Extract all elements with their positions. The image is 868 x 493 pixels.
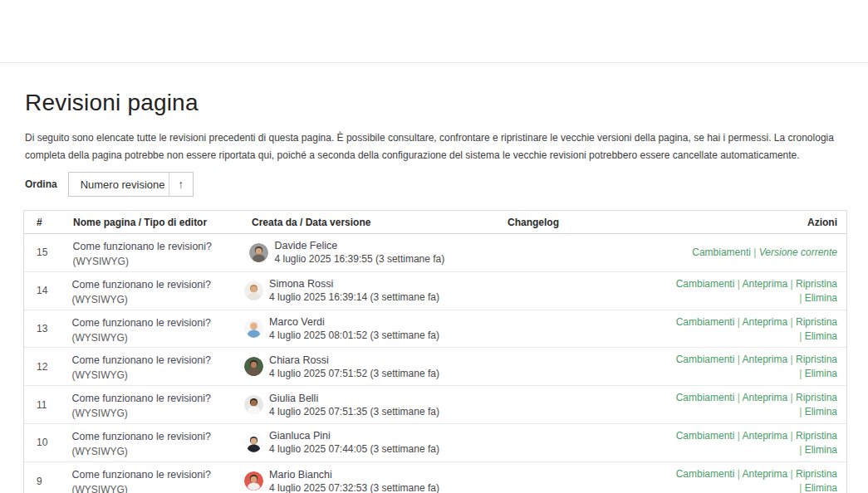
creator-text: Giulia Belli 4 luglio 2025 07:51:35 (3 s… (269, 392, 439, 418)
avatar-head (251, 400, 257, 407)
page-cell: Come funzionano le revisioni? (WYSIWYG) (71, 310, 244, 348)
actions-line1: Cambiamenti | Anteprima | Ripristina (676, 353, 837, 367)
action-ripristina[interactable]: Ripristina (796, 354, 837, 365)
creator-cell: Chiara Rossi 4 luglio 2025 07:51:52 (3 s… (244, 348, 491, 385)
creator-name: Simona Rossi (269, 277, 439, 291)
action-cambiamenti[interactable]: Cambiamenti (692, 247, 751, 258)
action-separator: | (799, 406, 804, 417)
action-separator: | (799, 292, 804, 304)
page-name: Come funzionano le revisioni? (71, 353, 244, 369)
action-anteprima[interactable]: Anteprima (742, 278, 787, 290)
page-cell: Come funzionano le revisioni? (WYSIWYG) (71, 424, 244, 461)
table-row: 9 Come funzionano le revisioni? (WYSIWYG… (24, 462, 846, 493)
creator-cell: Davide Felice 4 luglio 2025 16:39:55 (3 … (249, 234, 503, 271)
version-date: 4 luglio 2025 16:39:55 (3 settimane fa) (274, 253, 444, 266)
editor-type: (WYSIWYG) (71, 331, 244, 345)
action-anteprima[interactable]: Anteprima (742, 468, 787, 480)
creator-text: Gianluca Pini 4 luglio 2025 07:44:05 (3 … (269, 429, 439, 456)
version-date: 4 luglio 2025 08:01:52 (3 settimane fa) (269, 329, 439, 342)
actions-cell: Cambiamenti | Anteprima | Ripristina | E… (676, 462, 846, 493)
page-description: Di seguito sono elencate tutte le revisi… (25, 129, 847, 164)
actions-line1: Cambiamenti | Anteprima | Ripristina (676, 429, 837, 443)
action-separator: | (787, 392, 796, 403)
action-cambiamenti[interactable]: Cambiamenti (676, 278, 735, 290)
action-separator: | (787, 278, 796, 290)
page-name: Come funzionano le revisioni? (71, 277, 244, 293)
action-elimina[interactable]: Elimina (805, 482, 837, 493)
action-anteprima[interactable]: Anteprima (742, 392, 787, 403)
editor-type: (WYSIWYG) (71, 407, 244, 421)
top-divider (0, 62, 868, 63)
user-avatar (244, 319, 263, 338)
changelog-cell (492, 424, 676, 461)
actions-cell: Cambiamenti | Anteprima | Ripristina | E… (676, 386, 846, 423)
creator-name: Giulia Belli (269, 392, 439, 406)
action-anteprima[interactable]: Anteprima (742, 316, 787, 328)
action-cambiamenti[interactable]: Cambiamenti (676, 430, 735, 442)
table-row: 14 Come funzionano le revisioni? (WYSIWY… (24, 272, 846, 310)
action-separator: | (799, 444, 804, 456)
action-anteprima[interactable]: Anteprima (742, 354, 787, 365)
page-cell: Come funzionano le revisioni? (WYSIWYG) (71, 272, 244, 310)
action-ripristina[interactable]: Ripristina (796, 392, 837, 403)
editor-type: (WYSIWYG) (73, 255, 250, 269)
actions-line1: Cambiamenti | Anteprima | Ripristina (676, 467, 837, 481)
action-elimina[interactable]: Elimina (805, 292, 837, 304)
action-ripristina[interactable]: Ripristina (796, 468, 837, 480)
action-ripristina[interactable]: Ripristina (796, 430, 837, 442)
user-avatar (244, 395, 263, 414)
page-cell: Come funzionano le revisioni? (WYSIWYG) (73, 234, 250, 271)
avatar-head (256, 248, 262, 255)
creator-cell: Gianluca Pini 4 luglio 2025 07:44:05 (3 … (244, 424, 491, 461)
action-cambiamenti[interactable]: Cambiamenti (676, 468, 735, 480)
action-cambiamenti[interactable]: Cambiamenti (676, 316, 735, 328)
action-separator: | (799, 330, 804, 342)
table-header-row: # Nome pagina / Tipo di editor Creata da… (24, 211, 846, 234)
sort-ascending-icon: ↑ (178, 178, 184, 191)
action-cambiamenti[interactable]: Cambiamenti (676, 354, 735, 365)
version-date: 4 luglio 2025 07:51:52 (3 settimane fa) (269, 368, 439, 380)
table-row: 15 Come funzionano le revisioni? (WYSIWY… (24, 234, 846, 272)
action-elimina[interactable]: Elimina (805, 368, 837, 379)
revision-number: 11 (24, 386, 71, 423)
avatar-head (251, 286, 257, 292)
creator-text: Simona Rossi 4 luglio 2025 16:39:14 (3 s… (269, 277, 439, 304)
creator-cell: Marco Verdi 4 luglio 2025 08:01:52 (3 se… (244, 310, 491, 348)
version-date: 4 luglio 2025 07:44:05 (3 settimane fa) (269, 443, 439, 456)
page-cell: Come funzionano le revisioni? (WYSIWYG) (71, 462, 244, 493)
action-cambiamenti[interactable]: Cambiamenti (676, 392, 735, 403)
creator-cell: Simona Rossi 4 luglio 2025 16:39:14 (3 s… (244, 272, 491, 310)
creator-cell: Mario Bianchi 4 luglio 2025 07:32:53 (3 … (244, 462, 491, 493)
revision-number: 15 (24, 234, 73, 271)
action-separator: | (787, 316, 796, 328)
action-separator: | (799, 482, 804, 493)
page-name: Come funzionano le revisioni? (71, 391, 244, 407)
action-elimina[interactable]: Elimina (805, 444, 837, 456)
header-page-name: Nome pagina / Tipo di editor (73, 217, 252, 228)
actions-line1: Cambiamenti | Anteprima | Ripristina (676, 315, 837, 329)
action-separator: | (734, 392, 742, 403)
action-elimina[interactable]: Elimina (805, 330, 837, 342)
creator-name: Gianluca Pini (269, 429, 439, 443)
creator-cell: Giulia Belli 4 luglio 2025 07:51:35 (3 s… (244, 386, 491, 423)
page-cell: Come funzionano le revisioni? (WYSIWYG) (71, 386, 244, 423)
actions-cell: Cambiamenti | Anteprima | Ripristina | E… (676, 424, 846, 461)
action-ripristina[interactable]: Ripristina (796, 278, 837, 290)
header-creator: Creata da / Data versione (252, 217, 508, 228)
actions-line2: | Elimina (676, 291, 837, 305)
sort-direction-button[interactable]: ↑ (169, 172, 194, 197)
creator-text: Davide Felice 4 luglio 2025 16:39:55 (3 … (274, 239, 444, 266)
actions-line2: | Elimina (676, 405, 837, 419)
changelog-cell (492, 386, 676, 423)
action-elimina[interactable]: Elimina (805, 406, 837, 417)
user-avatar (244, 471, 263, 491)
avatar-head (251, 438, 257, 445)
table-row: 10 Come funzionano le revisioni? (WYSIWY… (24, 424, 846, 462)
actions-line2: | Elimina (676, 329, 837, 344)
sort-field-select[interactable]: Numero revisione (68, 172, 169, 197)
action-anteprima[interactable]: Anteprima (742, 430, 787, 442)
editor-type: (WYSIWYG) (71, 445, 244, 459)
action-ripristina[interactable]: Ripristina (796, 316, 837, 328)
avatar-head (251, 362, 257, 369)
page-cell: Come funzionano le revisioni? (WYSIWYG) (71, 348, 244, 385)
